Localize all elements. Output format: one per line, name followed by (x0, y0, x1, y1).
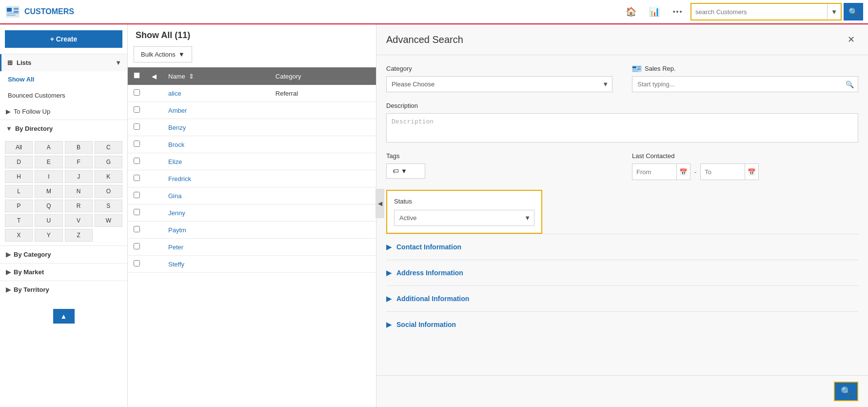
dir-btn-b[interactable]: B (65, 141, 93, 154)
sidebar-lists-section: ⊞ Lists ▼ Show All Bounced Customers ▶ T… (0, 54, 127, 120)
date-from-calendar-button[interactable]: 📅 (676, 164, 690, 180)
chart-button[interactable]: 📊 (644, 1, 665, 22)
sidebar-by-territory-section: ▶ By Territory (0, 281, 127, 298)
row-checkbox[interactable] (134, 243, 140, 249)
dir-btn-t[interactable]: T (5, 214, 33, 227)
nav-col-header: ◀ (146, 67, 162, 85)
search-dropdown-button[interactable]: ▼ (827, 4, 841, 20)
date-from-input[interactable] (632, 168, 676, 176)
bulk-actions-arrow-icon: ▼ (178, 51, 185, 58)
dir-btn-i[interactable]: I (35, 170, 62, 183)
row-checkbox[interactable] (134, 209, 140, 215)
category-select[interactable]: Please Choose (386, 76, 612, 92)
sidebar-collapse-button[interactable]: ▲ (53, 309, 75, 324)
additional-info-header[interactable]: ▶ Additional Information (386, 293, 858, 305)
search-input[interactable] (691, 8, 827, 16)
row-name-cell[interactable]: Jenny (162, 204, 270, 222)
dir-btn-j[interactable]: J (65, 170, 93, 183)
row-checkbox[interactable] (134, 158, 140, 164)
dir-btn-p[interactable]: P (5, 200, 33, 212)
dir-btn-h[interactable]: H (5, 170, 33, 183)
row-name-cell[interactable]: Gina (162, 187, 270, 204)
category-column-header[interactable]: Category (270, 67, 376, 85)
create-button[interactable]: + Create (5, 30, 122, 48)
dir-btn-f[interactable]: F (65, 156, 93, 168)
dir-btn-k[interactable]: K (95, 170, 122, 183)
row-name-cell[interactable]: Paytm (162, 222, 270, 239)
row-name-cell[interactable]: Steffy (162, 256, 270, 273)
dir-btn-d[interactable]: D (5, 156, 33, 168)
social-info-header[interactable]: ▶ Social Information (386, 319, 858, 330)
row-checkbox-cell (128, 187, 146, 204)
dir-btn-l[interactable]: L (5, 185, 33, 198)
advanced-search-panel: Advanced Search ✕ Category Please Choose… (376, 24, 868, 407)
sidebar-by-territory-header[interactable]: ▶ By Territory (0, 281, 127, 298)
sales-rep-search-icon[interactable]: 🔍 (842, 81, 858, 88)
dir-btn-v[interactable]: V (65, 214, 93, 227)
dir-btn-x[interactable]: X (5, 229, 33, 242)
row-name-cell[interactable]: Peter (162, 239, 270, 256)
row-checkbox[interactable] (134, 123, 140, 130)
row-name-cell[interactable]: alice (162, 85, 270, 102)
row-name-cell[interactable]: Brock (162, 136, 270, 153)
tags-button[interactable]: 🏷 ▼ (386, 163, 425, 179)
dir-btn-u[interactable]: U (35, 214, 62, 227)
bulk-actions-button[interactable]: Bulk Actions ▼ (134, 46, 192, 62)
date-to-calendar-button[interactable]: 📅 (745, 164, 758, 180)
dir-btn-m[interactable]: M (35, 185, 62, 198)
more-button[interactable]: ••• (667, 1, 689, 22)
advanced-search-button[interactable]: 🔍 (834, 382, 858, 401)
dir-btn-o[interactable]: O (95, 185, 122, 198)
sales-rep-input[interactable] (632, 77, 842, 92)
sidebar-item-show-all[interactable]: Show All (0, 71, 127, 87)
panel-collapse-toggle[interactable]: ◀ (375, 189, 376, 218)
row-checkbox[interactable] (134, 106, 140, 113)
description-textarea[interactable] (386, 113, 858, 142)
date-to-input[interactable] (701, 168, 745, 176)
row-name-cell[interactable]: Fredrick (162, 170, 270, 187)
sidebar-lists-header[interactable]: ⊞ Lists ▼ (0, 54, 127, 71)
to-follow-up-arrow: ▶ (6, 108, 11, 115)
dir-btn-e[interactable]: E (35, 156, 62, 168)
row-checkbox[interactable] (134, 260, 140, 266)
dir-btn-all[interactable]: All (5, 141, 33, 154)
dir-btn-c[interactable]: C (95, 141, 122, 154)
dir-btn-q[interactable]: Q (35, 200, 62, 212)
contact-info-header[interactable]: ▶ Contact Information (386, 241, 858, 253)
dir-btn-a[interactable]: A (35, 141, 62, 154)
dir-btn-y[interactable]: Y (35, 229, 62, 242)
row-checkbox[interactable] (134, 192, 140, 198)
sidebar-item-to-follow-up[interactable]: ▶ To Follow Up (0, 103, 127, 120)
dir-btn-r[interactable]: R (65, 200, 93, 212)
row-checkbox-cell (128, 102, 146, 119)
dir-btn-z[interactable]: Z (65, 229, 93, 242)
nav-left-icon[interactable]: ◀ (152, 73, 157, 80)
sidebar-by-directory-header[interactable]: ▼ By Directory (0, 120, 127, 137)
row-name-cell[interactable]: Amber (162, 102, 270, 119)
name-column-header[interactable]: Name ⇕ (162, 67, 270, 85)
status-select[interactable]: Active Inactive All (394, 210, 534, 226)
social-info-arrow: ▶ (386, 321, 392, 328)
sidebar-by-category-header[interactable]: ▶ By Category (0, 246, 127, 263)
advanced-search-footer: 🔍 (376, 375, 868, 407)
dir-btn-s[interactable]: S (95, 200, 122, 212)
dir-btn-n[interactable]: N (65, 185, 93, 198)
dir-btn-w[interactable]: W (95, 214, 122, 227)
close-button[interactable]: ✕ (844, 32, 858, 47)
row-checkbox-cell (128, 153, 146, 170)
row-name-cell[interactable]: Benzy (162, 119, 270, 136)
sidebar-item-bounced[interactable]: Bounced Customers (0, 87, 127, 103)
home-button[interactable]: 🏠 (620, 1, 642, 22)
row-checkbox[interactable] (134, 89, 140, 96)
select-all-checkbox[interactable] (134, 72, 140, 79)
row-checkbox[interactable] (134, 141, 140, 147)
row-checkbox[interactable] (134, 226, 140, 232)
row-category-cell: Referral (270, 85, 376, 102)
address-info-header[interactable]: ▶ Address Information (386, 267, 858, 279)
row-name-cell[interactable]: Elize (162, 153, 270, 170)
sidebar-by-market-header[interactable]: ▶ By Market (0, 264, 127, 281)
address-info-arrow: ▶ (386, 269, 392, 277)
dir-btn-g[interactable]: G (95, 156, 122, 168)
row-checkbox[interactable] (134, 175, 140, 181)
search-go-button[interactable]: 🔍 (844, 3, 863, 20)
